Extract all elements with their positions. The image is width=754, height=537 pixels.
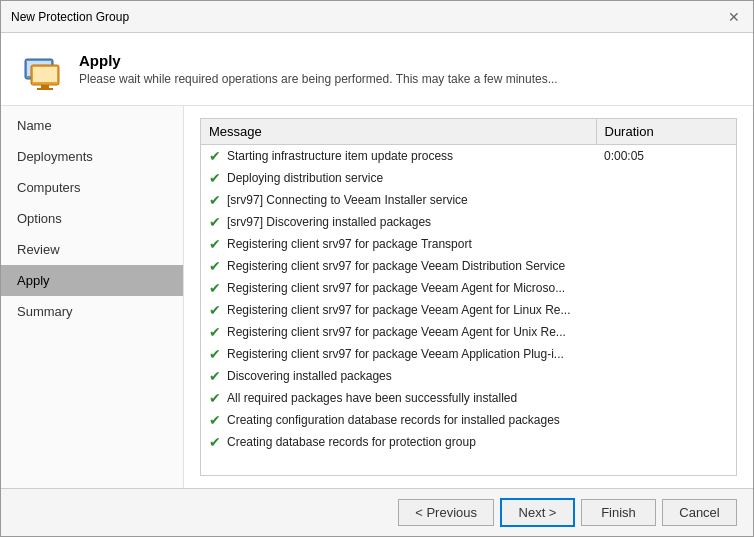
title-bar: New Protection Group ✕ <box>1 1 753 33</box>
col-message: Message <box>201 119 596 145</box>
main-window: New Protection Group ✕ Apply Please wait… <box>0 0 754 537</box>
message-text: Registering client srv97 for package Tra… <box>227 237 472 251</box>
message-text: Registering client srv97 for package Vee… <box>227 259 565 273</box>
window-title: New Protection Group <box>11 10 129 24</box>
duration-cell <box>596 431 736 453</box>
finish-button[interactable]: Finish <box>581 499 656 526</box>
table-row: ✔Deploying distribution service <box>201 167 736 189</box>
table-row: ✔Creating database records for protectio… <box>201 431 736 453</box>
message-cell: ✔[srv97] Discovering installed packages <box>201 211 596 233</box>
col-duration: Duration <box>596 119 736 145</box>
success-icon: ✔ <box>209 214 221 230</box>
message-cell: ✔Creating configuration database records… <box>201 409 596 431</box>
success-icon: ✔ <box>209 148 221 164</box>
message-table-container[interactable]: Message Duration ✔Starting infrastructur… <box>200 118 737 476</box>
table-row: ✔Registering client srv97 for package Tr… <box>201 233 736 255</box>
header-section: Apply Please wait while required operati… <box>1 33 753 106</box>
message-cell: ✔Registering client srv97 for package Ve… <box>201 255 596 277</box>
table-row: ✔Registering client srv97 for package Ve… <box>201 321 736 343</box>
message-text: [srv97] Connecting to Veeam Installer se… <box>227 193 468 207</box>
svg-rect-5 <box>33 67 57 82</box>
success-icon: ✔ <box>209 324 221 340</box>
message-cell: ✔Creating database records for protectio… <box>201 431 596 453</box>
duration-cell <box>596 189 736 211</box>
message-text: Registering client srv97 for package Vee… <box>227 281 565 295</box>
cancel-button[interactable]: Cancel <box>662 499 737 526</box>
success-icon: ✔ <box>209 390 221 406</box>
table-row: ✔[srv97] Discovering installed packages <box>201 211 736 233</box>
main-content: NameDeploymentsComputersOptionsReviewApp… <box>1 106 753 488</box>
header-title: Apply <box>79 52 558 69</box>
message-text: Registering client srv97 for package Vee… <box>227 347 564 361</box>
next-button[interactable]: Next > <box>500 498 575 527</box>
message-cell: ✔Deploying distribution service <box>201 167 596 189</box>
message-text: All required packages have been successf… <box>227 391 517 405</box>
message-cell: ✔Discovering installed packages <box>201 365 596 387</box>
success-icon: ✔ <box>209 368 221 384</box>
table-row: ✔Registering client srv97 for package Ve… <box>201 343 736 365</box>
header-icon <box>17 45 65 93</box>
message-cell: ✔Registering client srv97 for package Ve… <box>201 321 596 343</box>
duration-cell <box>596 321 736 343</box>
duration-cell <box>596 211 736 233</box>
message-text: Registering client srv97 for package Vee… <box>227 325 566 339</box>
message-text: Deploying distribution service <box>227 171 383 185</box>
sidebar: NameDeploymentsComputersOptionsReviewApp… <box>1 106 184 488</box>
duration-cell <box>596 299 736 321</box>
svg-rect-6 <box>41 85 49 88</box>
message-cell: ✔Registering client srv97 for package Ve… <box>201 277 596 299</box>
message-text: Creating configuration database records … <box>227 413 560 427</box>
table-row: ✔[srv97] Connecting to Veeam Installer s… <box>201 189 736 211</box>
header-text: Apply Please wait while required operati… <box>79 52 558 86</box>
table-row: ✔Registering client srv97 for package Ve… <box>201 299 736 321</box>
success-icon: ✔ <box>209 280 221 296</box>
table-row: ✔All required packages have been success… <box>201 387 736 409</box>
message-cell: ✔All required packages have been success… <box>201 387 596 409</box>
footer: < Previous Next > Finish Cancel <box>1 488 753 536</box>
sidebar-item-apply[interactable]: Apply <box>1 265 183 296</box>
header-subtitle: Please wait while required operations ar… <box>79 72 558 86</box>
message-text: Creating database records for protection… <box>227 435 476 449</box>
table-row: ✔Creating configuration database records… <box>201 409 736 431</box>
duration-cell <box>596 343 736 365</box>
sidebar-item-deployments[interactable]: Deployments <box>1 141 183 172</box>
message-cell: ✔Registering client srv97 for package Ve… <box>201 343 596 365</box>
success-icon: ✔ <box>209 192 221 208</box>
duration-cell: 0:00:05 <box>596 145 736 168</box>
success-icon: ✔ <box>209 258 221 274</box>
message-cell: ✔[srv97] Connecting to Veeam Installer s… <box>201 189 596 211</box>
sidebar-item-computers[interactable]: Computers <box>1 172 183 203</box>
sidebar-item-options[interactable]: Options <box>1 203 183 234</box>
success-icon: ✔ <box>209 302 221 318</box>
success-icon: ✔ <box>209 434 221 450</box>
duration-cell <box>596 233 736 255</box>
message-cell: ✔Registering client srv97 for package Tr… <box>201 233 596 255</box>
sidebar-item-summary[interactable]: Summary <box>1 296 183 327</box>
content-area: Message Duration ✔Starting infrastructur… <box>184 106 753 488</box>
duration-cell <box>596 409 736 431</box>
table-row: ✔Discovering installed packages <box>201 365 736 387</box>
message-text: Registering client srv97 for package Vee… <box>227 303 571 317</box>
success-icon: ✔ <box>209 346 221 362</box>
close-button[interactable]: ✕ <box>725 8 743 26</box>
svg-rect-7 <box>37 88 53 90</box>
message-text: [srv97] Discovering installed packages <box>227 215 431 229</box>
message-text: Starting infrastructure item update proc… <box>227 149 453 163</box>
duration-cell <box>596 365 736 387</box>
sidebar-item-review[interactable]: Review <box>1 234 183 265</box>
success-icon: ✔ <box>209 170 221 186</box>
table-row: ✔Registering client srv97 for package Ve… <box>201 277 736 299</box>
table-row: ✔Starting infrastructure item update pro… <box>201 145 736 168</box>
previous-button[interactable]: < Previous <box>398 499 494 526</box>
success-icon: ✔ <box>209 412 221 428</box>
sidebar-item-name[interactable]: Name <box>1 110 183 141</box>
table-row: ✔Registering client srv97 for package Ve… <box>201 255 736 277</box>
message-table: Message Duration ✔Starting infrastructur… <box>201 119 736 453</box>
message-cell: ✔Starting infrastructure item update pro… <box>201 145 596 168</box>
message-text: Discovering installed packages <box>227 369 392 383</box>
duration-cell <box>596 387 736 409</box>
duration-cell <box>596 167 736 189</box>
duration-cell <box>596 255 736 277</box>
message-cell: ✔Registering client srv97 for package Ve… <box>201 299 596 321</box>
duration-cell <box>596 277 736 299</box>
